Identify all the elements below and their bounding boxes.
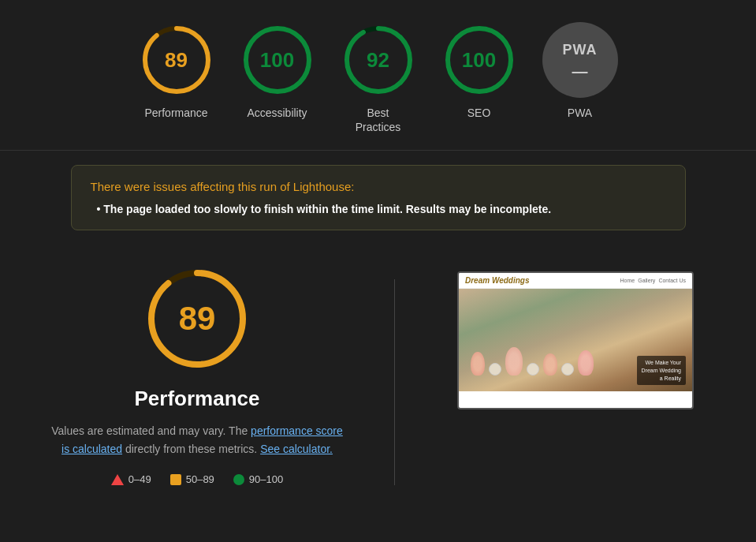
score-item-accessibility: 100 Accessibility xyxy=(240,22,315,120)
gauge-value-performance: 89 xyxy=(165,48,188,73)
score-label-pwa: PWA xyxy=(568,106,592,120)
score-item-pwa: PWA — PWA xyxy=(542,22,618,120)
gauge-seo: 100 xyxy=(441,22,517,98)
overlay-line2: Dream Wedding xyxy=(642,367,681,375)
legend-range-red: 0–49 xyxy=(128,473,151,485)
gauge-accessibility: 100 xyxy=(240,22,315,98)
gauge-performance: 89 xyxy=(139,22,214,98)
pwa-dash: — xyxy=(572,63,588,79)
score-item-performance: 89 Performance xyxy=(139,22,214,120)
pwa-label: PWA xyxy=(562,42,597,58)
score-item-best-practices: 92 BestPractices xyxy=(341,22,416,134)
legend-range-orange: 50–89 xyxy=(186,473,214,485)
triangle-icon xyxy=(111,474,124,485)
big-gauge: 89 xyxy=(142,264,252,374)
preview-header: Dream Weddings Home Gallery Contact Us xyxy=(459,273,692,289)
legend: 0–49 50–89 90–100 xyxy=(111,473,283,485)
preview-nav-item: Contact Us xyxy=(658,278,686,283)
score-label-accessibility: Accessibility xyxy=(247,106,307,120)
overlay-line1: We Make Your xyxy=(642,359,681,367)
preview-nav-item: Home xyxy=(620,278,635,283)
score-item-seo: 100 SEO xyxy=(441,22,517,120)
preview-nav-item: Gallery xyxy=(638,278,655,283)
score-label-performance: Performance xyxy=(144,106,207,120)
warning-title: There were issues affecting this run of … xyxy=(91,180,666,193)
gauge-value-accessibility: 100 xyxy=(260,48,294,73)
legend-range-green: 90–100 xyxy=(249,473,283,485)
circle-icon xyxy=(233,474,244,485)
main-section: 89 Performance Values are estimated and … xyxy=(0,245,756,501)
gauge-value-seo: 100 xyxy=(462,48,496,73)
perf-left: 89 Performance Values are estimated and … xyxy=(47,264,347,485)
gauge-best-practices: 92 xyxy=(341,22,416,98)
score-label-seo: SEO xyxy=(467,106,491,120)
vertical-divider xyxy=(394,279,395,485)
warning-box: There were issues affecting this run of … xyxy=(71,165,686,230)
preview-nav: Home Gallery Contact Us xyxy=(620,278,687,283)
legend-item-green: 90–100 xyxy=(233,473,283,485)
legend-item-orange: 50–89 xyxy=(170,473,214,485)
perf-description: Values are estimated and may vary. The p… xyxy=(51,422,343,458)
preview-image: We Make Your Dream Wedding a Reality xyxy=(459,289,692,391)
preview-overlay: We Make Your Dream Wedding a Reality xyxy=(637,356,686,385)
gauge-value-best-practices: 92 xyxy=(367,48,389,73)
perf-section-title: Performance xyxy=(135,387,260,411)
scores-section: 89 Performance 100 Accessibility 92 Best… xyxy=(0,0,756,151)
preview-logo: Dream Weddings xyxy=(465,276,530,285)
square-icon xyxy=(170,474,181,485)
pwa-circle: PWA — xyxy=(542,22,618,98)
warning-item: The page loaded too slowly to finish wit… xyxy=(97,203,666,215)
score-label-best-practices: BestPractices xyxy=(356,106,401,134)
calculator-link[interactable]: See calculator. xyxy=(260,443,333,455)
preview-frame: Dream Weddings Home Gallery Contact Us xyxy=(457,271,694,409)
legend-item-red: 0–49 xyxy=(111,473,151,485)
perf-right: Dream Weddings Home Gallery Contact Us xyxy=(442,264,709,409)
big-gauge-value: 89 xyxy=(179,300,216,338)
overlay-line3: a Reality xyxy=(642,375,681,383)
